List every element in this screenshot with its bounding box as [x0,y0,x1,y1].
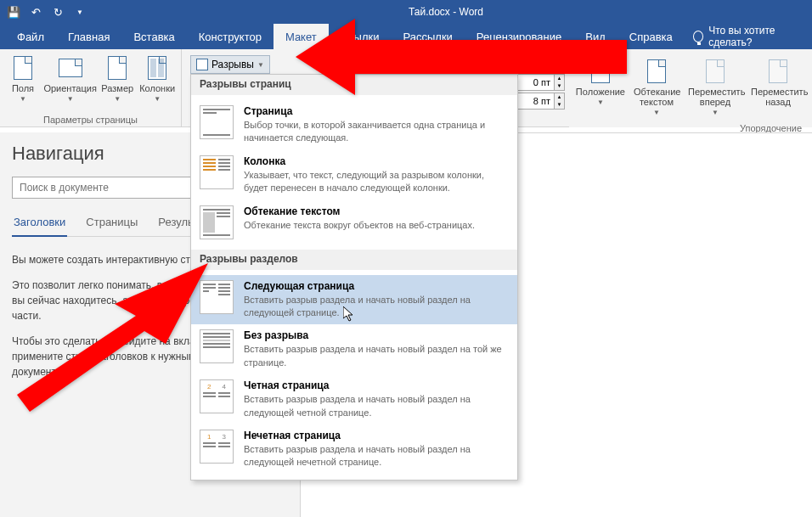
tab-help[interactable]: Справка [617,24,685,49]
breaks-button[interactable]: Разрывы ▼ [190,55,270,74]
dd-item-odd-page[interactable]: 1 3 Нечетная страницаВставить разрыв раз… [191,424,517,475]
cursor-icon [343,306,355,324]
group-label-arrange: Упорядочение [572,120,809,133]
text-wrap-icon [200,205,234,239]
column-break-icon [200,155,234,189]
orientation-button[interactable]: Ориентация ▼ [44,53,96,104]
dd-item-continuous[interactable]: Без разрываВставить разрыв раздела и нач… [191,324,517,374]
dd-item-column[interactable]: КолонкаУказывает, что текст, следующий з… [191,150,517,200]
tab-insert[interactable]: Вставка [121,24,186,49]
tab-home[interactable]: Главная [56,24,121,49]
breaks-dropdown: Разрывы страниц СтраницаВыбор точки, в к… [190,74,518,480]
tell-me-label: Что вы хотите сделать? [708,25,807,48]
annotation-arrow-bottom [17,263,208,414]
tab-design[interactable]: Конструктор [187,24,273,49]
bulb-icon [693,31,703,42]
undo-icon[interactable]: ↶ [29,5,42,19]
quick-access-toolbar: 💾 ↶ ↻ ▼ [7,5,87,19]
send-backward-button[interactable]: Переместить назад [747,56,809,118]
annotation-arrow-top [296,19,627,98]
dd-item-text-wrapping[interactable]: Обтекание текстомОбтекание текста вокруг… [191,200,517,244]
group-page-setup: Поля ▼ Ориентация ▼ Размер ▼ Колонки ▼ П… [0,49,182,126]
svg-marker-0 [296,19,627,95]
tell-me[interactable]: Что вы хотите сделать? [693,25,807,48]
qat-dropdown-icon[interactable]: ▼ [73,5,87,19]
page-break-icon [200,105,234,139]
spinner-down[interactable]: ▼ [554,101,564,109]
columns-button[interactable]: Колонки ▼ [138,53,176,104]
margins-button[interactable]: Поля ▼ [5,53,41,104]
window-title: Тай.docx - Word [87,6,805,18]
tab-file[interactable]: Файл [5,24,56,49]
nav-tab-headings[interactable]: Заголовки [12,211,67,237]
svg-marker-2 [343,306,352,321]
svg-marker-1 [17,263,208,412]
breaks-label: Разрывы [211,59,254,70]
redo-icon[interactable]: ↻ [51,5,65,19]
odd-page-icon: 1 3 [200,430,234,464]
group-label-pagesetup: Параметры страницы [5,113,176,125]
dd-section-section-breaks: Разрывы разделов [191,250,517,270]
dd-item-even-page[interactable]: 2 4 Четная страницаВставить разрыв разде… [191,374,517,424]
breaks-icon [196,59,208,70]
size-button[interactable]: Размер ▼ [99,53,135,104]
nav-tab-pages[interactable]: Страницы [84,211,139,236]
dd-item-page[interactable]: СтраницаВыбор точки, в которой заканчива… [191,100,517,150]
bring-forward-button[interactable]: Переместить вперед ▼ [685,56,746,118]
wrap-text-button[interactable]: Обтекание текстом ▼ [630,56,683,118]
chevron-down-icon: ▼ [257,61,264,69]
save-icon[interactable]: 💾 [7,5,20,19]
